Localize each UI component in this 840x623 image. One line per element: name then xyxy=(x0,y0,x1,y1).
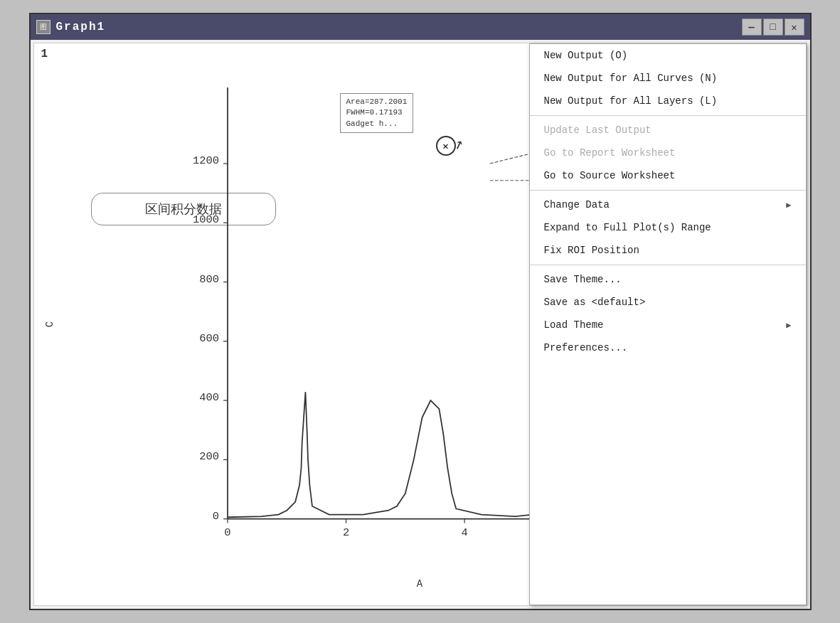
submenu-arrow-load-theme: ▶ xyxy=(786,320,791,331)
menu-items-container: New Output (O)New Output for All Curves … xyxy=(530,44,806,359)
menu-label-goto-source: Go to Source Worksheet xyxy=(544,170,676,181)
svg-text:200: 200 xyxy=(199,450,219,463)
menu-label-preferences: Preferences... xyxy=(544,342,628,353)
menu-label-new-output-all-layers: New Output for All Layers (L) xyxy=(544,95,718,107)
menu-item-load-theme[interactable]: Load Theme▶ xyxy=(530,314,806,336)
svg-text:0: 0 xyxy=(212,510,218,523)
svg-text:1000: 1000 xyxy=(192,213,218,226)
main-window: 图 Graph1 — □ ✕ 1 C Area=287.2001 FWHM=0.… xyxy=(29,13,812,610)
svg-text:800: 800 xyxy=(199,273,219,286)
svg-text:2: 2 xyxy=(342,526,349,539)
menu-item-fix-roi[interactable]: Fix ROI Position xyxy=(530,239,806,262)
content-area: 1 C Area=287.2001 FWHM=0.17193 Gadget h.… xyxy=(33,43,807,606)
window-controls: — □ ✕ xyxy=(742,18,804,36)
menu-label-save-default: Save as <default> xyxy=(544,297,646,308)
svg-text:1200: 1200 xyxy=(192,154,218,167)
separator-sep3 xyxy=(530,265,806,265)
separator-sep2 xyxy=(530,190,806,191)
panel-number: 1 xyxy=(41,48,48,60)
menu-item-goto-source[interactable]: Go to Source Worksheet xyxy=(530,164,806,187)
menu-item-new-output-all-layers[interactable]: New Output for All Layers (L) xyxy=(530,90,806,112)
menu-item-new-output-all-curves[interactable]: New Output for All Curves (N) xyxy=(530,67,806,90)
menu-item-update-last: Update Last Output xyxy=(530,119,806,142)
svg-text:400: 400 xyxy=(199,391,219,404)
menu-label-update-last: Update Last Output xyxy=(544,124,652,136)
menu-item-goto-report: Go to Report Worksheet xyxy=(530,142,806,164)
minimize-button[interactable]: — xyxy=(742,18,762,36)
window-icon: 图 xyxy=(36,20,50,34)
menu-label-goto-report: Go to Report Worksheet xyxy=(544,147,676,159)
menu-label-expand-full: Expand to Full Plot(s) Range xyxy=(544,222,711,233)
svg-text:600: 600 xyxy=(199,332,219,345)
menu-item-save-default[interactable]: Save as <default> xyxy=(530,291,806,314)
x-axis-label: A xyxy=(417,578,422,590)
menu-label-fix-roi: Fix ROI Position xyxy=(544,245,639,256)
maximize-button[interactable]: □ xyxy=(763,18,783,36)
menu-item-preferences[interactable]: Preferences... xyxy=(530,336,806,359)
svg-text:0: 0 xyxy=(224,526,230,539)
menu-item-save-theme[interactable]: Save Theme... xyxy=(530,268,806,291)
menu-item-expand-full[interactable]: Expand to Full Plot(s) Range xyxy=(530,216,806,239)
submenu-arrow-change-data: ▶ xyxy=(786,200,791,211)
y-axis-label: C xyxy=(44,321,55,327)
context-menu: New Output (O)New Output for All Curves … xyxy=(529,43,807,605)
menu-label-save-theme: Save Theme... xyxy=(544,274,622,285)
menu-label-new-output-all-curves: New Output for All Curves (N) xyxy=(544,73,718,84)
svg-text:4: 4 xyxy=(461,526,467,539)
close-button[interactable]: ✕ xyxy=(785,18,804,36)
separator-sep1 xyxy=(530,115,806,116)
title-bar: 图 Graph1 — □ ✕ xyxy=(31,14,810,40)
menu-label-load-theme: Load Theme xyxy=(544,319,604,331)
menu-item-new-output[interactable]: New Output (O) xyxy=(530,44,806,67)
menu-label-new-output: New Output (O) xyxy=(544,50,628,61)
window-title: Graph1 xyxy=(56,21,736,33)
menu-item-change-data[interactable]: Change Data▶ xyxy=(530,193,806,216)
menu-label-change-data: Change Data xyxy=(544,199,610,211)
